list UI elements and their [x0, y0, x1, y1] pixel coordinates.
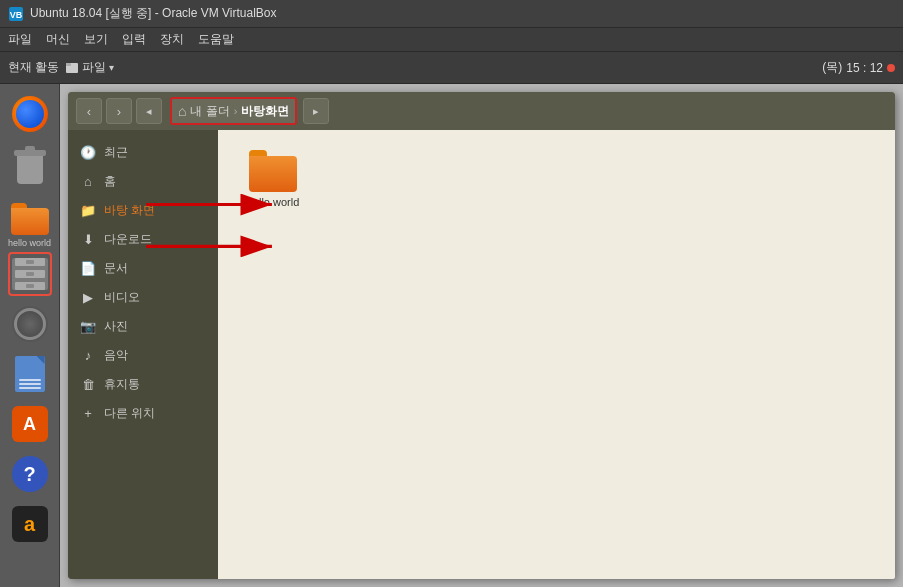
dock: hello world A ?: [0, 84, 60, 587]
breadcrumb-current[interactable]: 바탕화면: [241, 103, 289, 120]
folder-icon: [11, 203, 49, 235]
home-icon: ⌂: [80, 174, 96, 190]
svg-rect-3: [66, 63, 71, 66]
amazon-icon: a: [12, 506, 48, 542]
dock-speaker[interactable]: [8, 302, 52, 346]
fm-places-panel: 🕐 최근 ⌂ 홈 📁 바탕 화면 ⬇ 다운로드: [68, 130, 218, 579]
fm-body: 🕐 최근 ⌂ 홈 📁 바탕 화면 ⬇ 다운로드: [68, 130, 895, 579]
virtualbox-icon: VB: [8, 6, 24, 22]
dock-amazon[interactable]: a: [8, 502, 52, 546]
nav-prev-button[interactable]: ◂: [136, 98, 162, 124]
title-bar: VB Ubuntu 18.04 [실행 중] - Oracle VM Virtu…: [0, 0, 903, 28]
appstore-icon: A: [12, 406, 48, 442]
toolbar-right: (목) 15 : 12: [822, 59, 895, 76]
desktop-places-icon: 📁: [80, 203, 96, 219]
nav-forward-button[interactable]: ›: [106, 98, 132, 124]
menu-bar: 파일 머신 보기 입력 장치 도움말: [0, 28, 903, 52]
places-documents[interactable]: 📄 문서: [68, 254, 218, 283]
filemanager-icon: [12, 258, 48, 290]
nav-back-button[interactable]: ‹: [76, 98, 102, 124]
places-music-label: 음악: [104, 347, 128, 364]
places-pictures-label: 사진: [104, 318, 128, 335]
breadcrumb: ⌂ 내 폴더 › 바탕화면: [170, 97, 297, 125]
title-bar-text: Ubuntu 18.04 [실행 중] - Oracle VM VirtualB…: [30, 5, 277, 22]
places-home[interactable]: ⌂ 홈: [68, 167, 218, 196]
places-recent[interactable]: 🕐 최근: [68, 138, 218, 167]
folder-label: hello world: [8, 238, 52, 248]
places-documents-label: 문서: [104, 260, 128, 277]
recent-icon: 🕐: [80, 145, 96, 161]
file-label: 파일: [82, 59, 106, 76]
places-downloads[interactable]: ⬇ 다운로드: [68, 225, 218, 254]
places-trash-label: 휴지통: [104, 376, 140, 393]
menu-machine[interactable]: 머신: [46, 31, 70, 48]
dropdown-arrow: ▾: [109, 62, 114, 73]
help-icon: ?: [12, 456, 48, 492]
breadcrumb-home-label[interactable]: 내 폴더: [190, 103, 229, 120]
dock-folder[interactable]: hello world: [8, 192, 52, 246]
file-manager-window: ‹ › ◂ ⌂ 내 폴더 › 바탕화면 ▸ 🕐 최근: [68, 92, 895, 579]
recording-dot: [887, 64, 895, 72]
menu-help[interactable]: 도움말: [198, 31, 234, 48]
file-icon: [65, 61, 79, 75]
breadcrumb-home-icon: ⌂: [178, 103, 186, 119]
time-display: (목) 15 : 12: [822, 59, 895, 76]
folder-item-hello-world[interactable]: hello world: [238, 150, 308, 208]
other-icon: +: [80, 406, 96, 422]
places-videos[interactable]: ▶ 비디오: [68, 283, 218, 312]
menu-input[interactable]: 입력: [122, 31, 146, 48]
dock-trash[interactable]: [8, 142, 52, 186]
places-other-label: 다른 위치: [104, 405, 155, 422]
downloads-icon: ⬇: [80, 232, 96, 248]
toolbar: 현재 활동 파일 ▾ (목) 15 : 12: [0, 52, 903, 84]
documents-icon: 📄: [80, 261, 96, 277]
places-music[interactable]: ♪ 음악: [68, 341, 218, 370]
pictures-icon: 📷: [80, 319, 96, 335]
places-home-label: 홈: [104, 173, 116, 190]
fm-header: ‹ › ◂ ⌂ 내 폴더 › 바탕화면 ▸: [68, 92, 895, 130]
places-videos-label: 비디오: [104, 289, 140, 306]
music-icon: ♪: [80, 348, 96, 364]
menu-view[interactable]: 보기: [84, 31, 108, 48]
fm-content: hello world: [218, 130, 895, 579]
speaker-icon: [14, 308, 46, 340]
document-icon: [15, 356, 45, 392]
toolbar-left: 현재 활동 파일 ▾: [8, 59, 814, 76]
places-desktop[interactable]: 📁 바탕 화면: [68, 196, 218, 225]
trash-icon: [14, 146, 46, 182]
places-downloads-label: 다운로드: [104, 231, 152, 248]
dock-document[interactable]: [8, 352, 52, 396]
content-wrapper: ‹ › ◂ ⌂ 내 폴더 › 바탕화면 ▸ 🕐 최근: [60, 84, 903, 587]
places-recent-label: 최근: [104, 144, 128, 161]
nav-next-button[interactable]: ▸: [303, 98, 329, 124]
hello-world-folder-icon: [249, 150, 297, 192]
file-menu-button[interactable]: 파일 ▾: [65, 59, 114, 76]
hello-world-label: hello world: [247, 196, 300, 208]
menu-devices[interactable]: 장치: [160, 31, 184, 48]
menu-file[interactable]: 파일: [8, 31, 32, 48]
dock-appstore[interactable]: A: [8, 402, 52, 446]
breadcrumb-separator: ›: [234, 105, 238, 117]
trash-places-icon: 🗑: [80, 377, 96, 393]
time-label: 15 : 12: [846, 61, 883, 75]
svg-text:VB: VB: [10, 10, 23, 20]
places-pictures[interactable]: 📷 사진: [68, 312, 218, 341]
firefox-icon: [12, 96, 48, 132]
places-trash[interactable]: 🗑 휴지통: [68, 370, 218, 399]
places-other[interactable]: + 다른 위치: [68, 399, 218, 428]
dock-filemanager[interactable]: [8, 252, 52, 296]
day-label: (목): [822, 59, 842, 76]
places-desktop-label: 바탕 화면: [104, 202, 155, 219]
activity-label: 현재 활동: [8, 59, 59, 76]
dock-help[interactable]: ?: [8, 452, 52, 496]
dock-firefox[interactable]: [8, 92, 52, 136]
videos-icon: ▶: [80, 290, 96, 306]
main-container: hello world A ?: [0, 84, 903, 587]
